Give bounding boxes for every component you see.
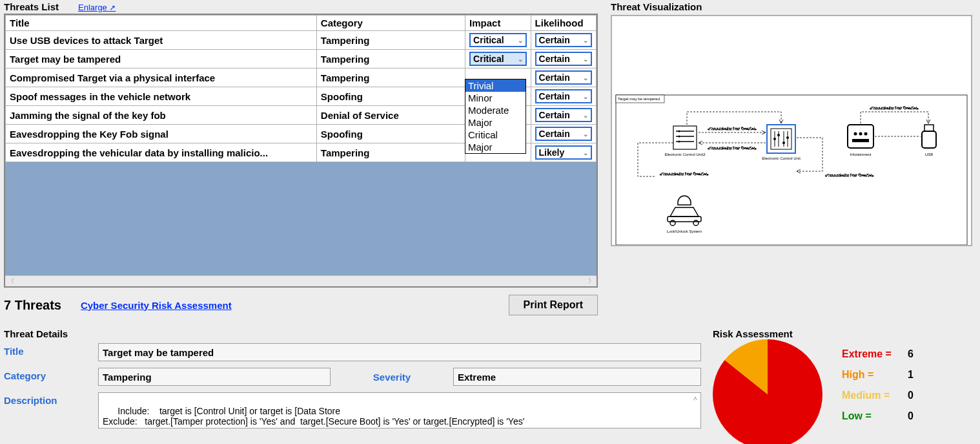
cell-impact[interactable]: Critical⌄	[465, 50, 531, 69]
cell-likelihood[interactable]: Certain⌄	[531, 106, 596, 125]
horizontal-scrollbar[interactable]: 〈 〉	[5, 275, 597, 286]
likelihood-combo[interactable]: Likely⌄	[535, 145, 592, 160]
dropdown-option[interactable]: Trivial	[465, 79, 526, 92]
chevron-down-icon: ⌄	[583, 37, 588, 44]
likelihood-combo[interactable]: Certain⌄	[535, 33, 592, 47]
chevron-down-icon: ⌄	[583, 74, 588, 81]
svg-text:Lock/Unlock System: Lock/Unlock System	[667, 229, 702, 233]
node-ecu: Electronic Control Unit	[762, 125, 801, 160]
cell-title[interactable]: Compromised Target via a physical interf…	[6, 69, 317, 87]
scroll-left-arrow[interactable]: 〈	[5, 276, 16, 287]
description-scroll-up-icon[interactable]: ʌ	[690, 394, 700, 401]
threats-list-panel: Threats List Enlarge ↗ Title Category Im…	[4, 1, 598, 316]
dropdown-option[interactable]: Moderate	[465, 104, 526, 116]
cell-title[interactable]: Eavesdropping the vehicular data by inst…	[6, 143, 317, 162]
impact-combo[interactable]: Critical⌄	[469, 52, 526, 66]
col-category[interactable]: Category	[316, 16, 465, 31]
cell-likelihood[interactable]: Certain⌄	[531, 87, 596, 106]
cell-title[interactable]: Eavesdropping the Key Fob signal	[6, 125, 317, 143]
likelihood-combo[interactable]: Certain⌄	[535, 127, 592, 141]
svg-point-33	[693, 220, 699, 226]
threat-count-label: 7 Threats	[4, 298, 61, 313]
legend-low-label: Low =	[842, 410, 892, 422]
chevron-down-icon: ⌄	[518, 56, 523, 63]
svg-point-23	[854, 132, 857, 136]
cell-impact[interactable]: Critical⌄	[465, 31, 531, 50]
cell-likelihood[interactable]: Certain⌄	[531, 31, 596, 50]
chevron-down-icon: ⌄	[583, 56, 588, 63]
label-title: Title	[4, 343, 88, 361]
chevron-down-icon: ⌄	[518, 37, 523, 44]
impact-combo[interactable]: Critical⌄	[469, 33, 526, 47]
scroll-right-arrow[interactable]: 〉	[586, 276, 597, 287]
dropdown-option[interactable]: Critical	[465, 129, 526, 141]
cell-title[interactable]: Target may be tampered	[6, 50, 317, 69]
likelihood-combo[interactable]: Certain⌄	[535, 108, 592, 122]
svg-text:«Communication Flow ThreatSet»: «Communication Flow ThreatSet»	[660, 172, 709, 176]
cell-category[interactable]: Tampering	[316, 50, 465, 69]
enlarge-icon: ↗	[109, 3, 116, 12]
dropdown-option[interactable]: Major	[465, 141, 526, 153]
likelihood-combo[interactable]: Certain⌄	[535, 89, 592, 103]
field-category[interactable]: Tampering	[98, 368, 331, 386]
field-title[interactable]: Target may be tampered	[98, 343, 701, 361]
legend-extreme-label: Extreme =	[842, 348, 892, 360]
visualization-canvas[interactable]: Target may be tampered Electronic Contro…	[611, 15, 972, 246]
dropdown-option[interactable]: Minor	[465, 92, 526, 104]
dropdown-option[interactable]: Major	[465, 116, 526, 129]
threats-list-title: Threats List	[4, 1, 59, 12]
cell-category[interactable]: Denial of Service	[316, 106, 465, 125]
threats-table-frame: Title Category Impact Likelihood Use USB…	[4, 14, 598, 288]
chevron-down-icon: ⌄	[583, 131, 588, 138]
table-row[interactable]: Use USB devices to attack TargetTamperin…	[6, 31, 597, 50]
cell-likelihood[interactable]: Certain⌄	[531, 125, 596, 143]
node-usb: USB	[922, 125, 936, 156]
cyber-assessment-link[interactable]: Cyber Security Risk Assessment	[81, 300, 232, 311]
legend-low-value: 0	[898, 410, 914, 422]
cell-category[interactable]: Spoofing	[316, 125, 465, 143]
threat-details-title: Threat Details	[4, 328, 68, 339]
likelihood-combo[interactable]: Certain⌄	[535, 70, 592, 85]
cell-likelihood[interactable]: Certain⌄	[531, 50, 596, 69]
cell-category[interactable]: Tampering	[316, 143, 465, 162]
col-title[interactable]: Title	[6, 16, 317, 31]
svg-point-7	[679, 131, 680, 132]
cell-title[interactable]: Use USB devices to attack Target	[6, 31, 317, 50]
node-infotainment: Infotainment	[848, 125, 873, 156]
cell-category[interactable]: Tampering	[316, 69, 465, 87]
col-impact[interactable]: Impact	[465, 16, 531, 31]
visualization-title: Threat Visualization	[611, 1, 702, 12]
legend-medium-value: 0	[898, 390, 914, 401]
cell-category[interactable]: Tampering	[316, 31, 465, 50]
field-description[interactable]: Include: target is [Control Unit] or tar…	[98, 392, 701, 428]
col-likelihood[interactable]: Likelihood	[531, 16, 596, 31]
svg-text:«Communication Flow ThreatSet»: «Communication Flow ThreatSet»	[708, 127, 757, 131]
svg-point-8	[679, 136, 680, 138]
svg-rect-11	[767, 125, 795, 153]
cell-category[interactable]: Spoofing	[316, 87, 465, 106]
cell-likelihood[interactable]: Certain⌄	[531, 69, 596, 87]
chevron-down-icon: ⌄	[583, 93, 588, 100]
svg-point-24	[859, 132, 863, 136]
svg-text:«Communication Flow ThreatSet»: «Communication Flow ThreatSet»	[825, 173, 874, 177]
enlarge-link[interactable]: Enlarge ↗	[78, 3, 116, 12]
svg-text:Infotainment: Infotainment	[850, 153, 871, 156]
legend-medium-label: Medium =	[842, 390, 892, 401]
risk-pie-chart	[713, 339, 822, 444]
label-severity: Severity	[356, 372, 427, 383]
svg-rect-22	[848, 125, 873, 148]
table-row[interactable]: Target may be tamperedTamperingCritical⌄…	[6, 50, 597, 69]
threat-details-panel: Threat Details Title Target may be tampe…	[4, 328, 701, 428]
svg-point-19	[782, 142, 785, 144]
svg-point-20	[786, 136, 789, 139]
likelihood-combo[interactable]: Certain⌄	[535, 52, 592, 66]
cell-title[interactable]: Jamming the signal of the key fob	[6, 106, 317, 125]
cell-likelihood[interactable]: Likely⌄	[531, 143, 596, 162]
impact-dropdown[interactable]: TrivialMinorModerateMajorCriticalMajor	[465, 79, 526, 154]
field-severity[interactable]: Extreme	[453, 368, 701, 386]
svg-rect-29	[922, 131, 936, 148]
print-report-button[interactable]: Print Report	[509, 295, 598, 315]
table-header-row: Title Category Impact Likelihood	[6, 16, 597, 31]
cell-title[interactable]: Spoof messages in the vehicle network	[6, 87, 317, 106]
label-description: Description	[4, 392, 88, 428]
